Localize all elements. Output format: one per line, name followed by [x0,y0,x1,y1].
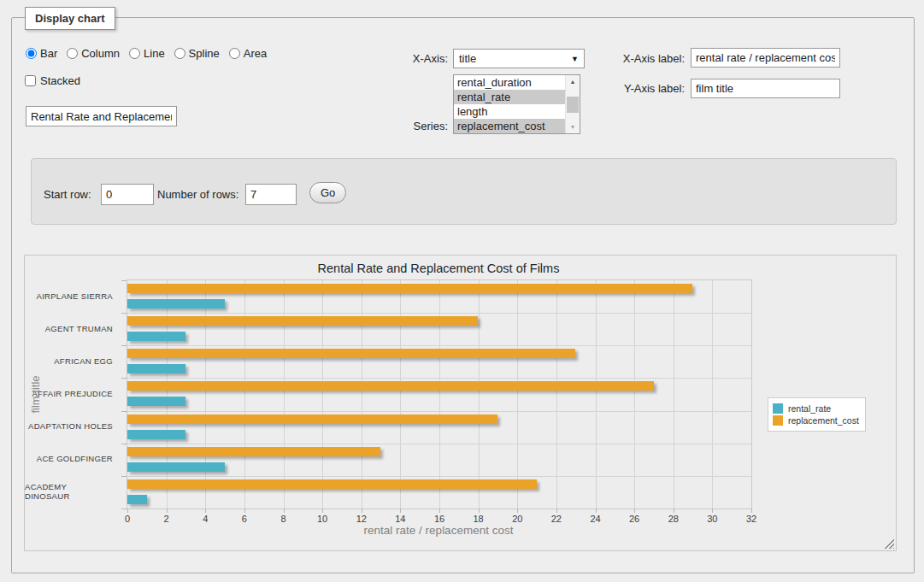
series-option-replacement_cost[interactable]: replacement_cost [454,119,565,133]
legend-swatch-replacement_cost [773,415,783,426]
x-tick-label: 26 [619,514,650,524]
scroll-up-icon[interactable]: ▲ [566,75,580,88]
chart-type-option-line[interactable]: Line [129,47,165,60]
chart-type-radio-bar[interactable] [26,48,37,59]
x-tick-label: 32 [736,514,767,524]
bar-rental_rate-2 [127,364,185,373]
stacked-checkbox[interactable] [25,75,36,86]
y-axis-title: film title [29,339,42,450]
y-tick-mark [121,345,127,346]
gridline-vertical [322,280,323,509]
gridline-horizontal [127,313,751,314]
x-tick-label: 22 [541,514,572,524]
y-category-label: ACADEMY DINOSAUR [25,475,113,508]
x-axis-select-label: X-Axis: [362,52,448,65]
scroll-down-icon[interactable]: ▼ [566,121,580,133]
x-axis-label-input[interactable] [691,48,840,68]
y-tick-mark [121,378,127,379]
legend-label: replacement_cost [788,415,859,426]
num-rows-input[interactable] [245,184,297,205]
bar-rental_rate-1 [127,332,185,341]
x-axis-label-label: X-Axis label: [582,52,685,65]
legend-item: rental_rate [773,403,859,414]
chart-type-radio-line[interactable] [129,48,140,59]
chart-type-radio-column[interactable] [67,48,78,59]
gridline-horizontal [127,345,751,346]
gridline-horizontal [127,411,751,412]
resize-handle-icon[interactable] [884,538,894,549]
series-options: rental_durationrental_ratelengthreplacem… [454,75,565,133]
y-tick-mark [121,280,127,281]
x-tick-label: 2 [151,514,182,524]
stacked-label: Stacked [40,74,80,87]
go-button[interactable]: Go [309,182,346,203]
gridline-vertical [244,280,245,509]
y-tick-mark [121,444,127,444]
chart-type-radio-group: BarColumnLineSplineArea [26,47,276,60]
series-option-rental_rate[interactable]: rental_rate [454,90,565,104]
chart-type-option-label: Column [81,47,120,60]
legend-item: replacement_cost [773,415,859,426]
scrollbar-thumb[interactable] [567,97,579,113]
x-axis-selected-value: title [459,52,476,65]
x-axis-select[interactable]: title ▼ [453,49,585,68]
chart-container: Rental Rate and Replacement Cost of Film… [24,255,897,551]
x-tick-mark [322,509,323,513]
y-tick-mark [121,411,127,412]
bar-replacement_cost-4 [127,414,497,424]
chart-type-option-label: Line [144,47,165,60]
start-row-label: Start row: [44,184,103,205]
chart-type-option-label: Spline [189,47,220,60]
x-tick-label: 30 [697,514,727,524]
x-tick-label: 28 [658,514,689,524]
chart-type-option-area[interactable]: Area [229,47,267,60]
x-tick-label: 18 [463,514,494,524]
x-tick-mark [517,509,518,513]
series-option-length[interactable]: length [454,104,565,119]
bar-rental_rate-3 [127,397,185,406]
gridline-horizontal [127,476,751,477]
chart-type-option-bar[interactable]: Bar [26,47,57,60]
legend-label: rental_rate [788,403,831,414]
x-tick-label: 12 [346,514,377,524]
x-tick-label: 24 [580,514,611,524]
plot-area: 02468101214161820222426283032 [127,279,752,509]
bar-replacement_cost-6 [127,479,537,489]
x-tick-label: 16 [424,514,455,524]
gridline-vertical [205,280,206,509]
chart-title-input[interactable] [26,106,177,126]
start-row-input[interactable] [101,184,154,205]
x-tick-mark [712,509,713,513]
bar-replacement_cost-2 [127,349,575,358]
y-axis-label-label: Y-Axis label: [582,82,685,95]
series-listbox[interactable]: rental_durationrental_ratelengthreplacem… [453,74,580,134]
x-tick-mark [127,509,128,513]
x-tick-mark [167,509,168,513]
x-tick-mark [284,509,285,513]
bar-replacement_cost-3 [127,381,654,391]
chevron-down-icon: ▼ [571,55,579,63]
gridline-horizontal [127,378,751,379]
gridline-vertical [674,280,674,509]
x-tick-label: 14 [385,514,415,524]
chart-type-option-column[interactable]: Column [67,47,120,60]
bar-rental_rate-5 [127,462,225,472]
stacked-option[interactable]: Stacked [25,74,80,87]
num-rows-label: Number of rows: [157,184,251,205]
gridline-vertical [439,280,440,509]
chart-type-radio-spline[interactable] [174,48,185,59]
gridline-vertical [634,280,635,509]
y-axis-label-input[interactable] [691,79,840,98]
chart-type-option-spline[interactable]: Spline [174,47,220,60]
chart-type-radio-area[interactable] [229,48,240,59]
x-tick-label: 0 [112,514,143,524]
x-tick-mark [400,509,401,513]
gridline-vertical [596,280,597,509]
series-option-rental_duration[interactable]: rental_duration [454,75,565,90]
gridline-vertical [712,280,713,509]
series-scrollbar[interactable]: ▲ ▼ [565,75,580,133]
x-tick-mark [244,509,245,513]
gridline-vertical [284,280,285,509]
x-tick-mark [205,509,206,513]
x-tick-label: 8 [268,514,299,524]
